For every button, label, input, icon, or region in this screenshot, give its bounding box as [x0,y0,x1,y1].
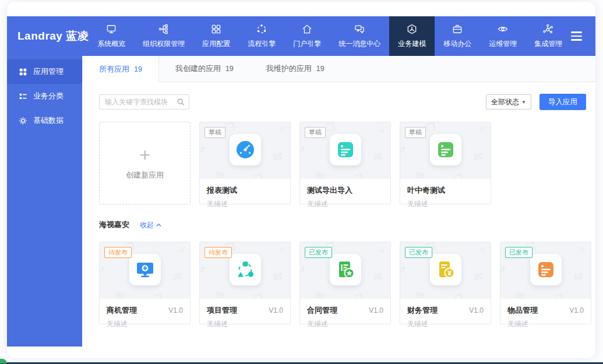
org-chart-icon [158,23,170,35]
status-badge: 已发布 [505,247,533,258]
nav-label: 运维管理 [489,39,517,49]
page: Landray 蓝凌 系统概览 组织权限管理 应用配置 流程引擎 [0,0,603,364]
app-version: V1.0 [269,306,283,314]
app-icon-tile [430,254,461,285]
app-window: Landray 蓝凌 系统概览 组织权限管理 应用配置 流程引擎 [7,2,595,358]
nav-item-app-config[interactable]: 应用配置 [193,16,239,56]
status-filter-select[interactable]: 全部状态 ▼ [486,94,531,109]
toolbar-right: 全部状态 ▼ 导入应用 [486,94,586,110]
status-badge: 已发布 [405,247,432,258]
nav-item-portal-engine[interactable]: 门户引擎 [284,16,330,56]
nav-item-mobile-office[interactable]: 移动办公 [435,16,480,56]
home-icon [301,23,313,35]
app-version: V1.0 [369,306,383,314]
monitor-icon [105,23,117,35]
card-cover: ❐⍓↺✉✉❐ 草稿 [300,122,390,179]
app-title: 报表测试 [207,185,237,196]
app-title: 项目管理 [207,305,237,316]
main-content: 所有应用 19 我创建的应用 19 我维护的应用 19 [82,56,595,347]
nav-label: 组织权限管理 [143,39,185,49]
sidebar-item-label: 基础数据 [33,115,64,126]
app-description: 无描述 [200,316,290,329]
collapse-link[interactable]: 收起 [140,220,161,230]
search-input[interactable] [99,94,189,109]
app-grid-icon [210,23,222,35]
app-card[interactable]: ❐⍓↺✉✉❐ 草稿 测试导出导入 无描述 [299,122,391,204]
nav-label: 流程引擎 [248,39,276,49]
nav-item-system-overview[interactable]: 系统概览 [89,16,134,56]
tab-my-maintained-apps[interactable]: 我维护的应用 19 [250,56,341,82]
search-icon [177,98,185,106]
status-badge: 已发布 [305,247,332,258]
corner-accent [0,359,7,363]
tab-label: 我维护的应用 [266,63,312,74]
card-cover: ❐⍓↺✉✉❐ 待发布 [100,242,190,299]
app-description: 无描述 [100,316,190,329]
chevron-up-icon [156,223,161,227]
nav-item-integration-management[interactable]: 集成管理 [526,16,571,56]
create-app-label: 创建新应用 [126,170,164,181]
card-cover: ❐⍓↺✉✉❐ 已发布 [500,242,591,299]
nav-item-ops-management[interactable]: 运维管理 [480,16,526,56]
tab-label: 我创建的应用 [175,63,221,74]
collapse-label: 收起 [140,220,154,230]
app-description: 无描述 [400,196,491,209]
tab-my-created-apps[interactable]: 我创建的应用 19 [159,56,250,82]
tab-count: 19 [316,65,325,73]
gauge-icon [235,140,255,160]
nav-label: 应用配置 [202,39,230,49]
sidebar-item-label: 业务分类 [33,91,64,101]
status-badge: 草稿 [305,127,326,138]
status-badge: 待发布 [104,247,132,258]
app-description: 无描述 [200,196,290,209]
status-badge: 草稿 [405,127,426,138]
card-cover: ❐⍓↺✉✉❐ 草稿 [400,122,491,179]
monitor-plus-icon [135,260,155,280]
nav-item-org-permissions[interactable]: 组织权限管理 [134,16,193,56]
app-card[interactable]: ❐⍓↺✉✉❐ 已发布 财务管理 V1.0 无描述 [400,242,491,324]
create-new-app-card[interactable]: + 创建新应用 [99,122,191,204]
tab-all-apps[interactable]: 所有应用 19 [82,56,159,82]
app-icon-tile [129,254,161,285]
app-title: 合同管理 [307,305,337,316]
apps-row-drafts: + 创建新应用 ❐⍓↺✉✉❐ 草稿 报表测试 无描述 [82,122,595,204]
card-cover: ❐⍓↺✉✉❐ 待发布 [200,242,290,299]
sidebar-item-app-management[interactable]: 应用管理 [7,59,82,84]
status-filter-value: 全部状态 [491,97,519,107]
app-icon-tile [430,134,461,165]
app-card[interactable]: ❐⍓↺✉✉❐ 待发布 商机管理 V1.0 无描述 [99,242,191,324]
top-nav: 系统概览 组织权限管理 应用配置 流程引擎 门户引擎 [89,16,571,56]
nav-label: 业务建模 [398,39,426,49]
sidebar: 应用管理 业务分类 基础数据 [7,56,82,347]
hamburger-menu-icon[interactable] [571,31,582,41]
toolbar: 全部状态 ▼ 导入应用 [82,82,595,110]
status-badge: 待发布 [204,247,232,258]
tab-strip: 所有应用 19 我创建的应用 19 我维护的应用 19 [82,56,595,82]
app-description: 无描述 [300,196,390,209]
nav-label: 系统概览 [97,39,125,49]
sidebar-item-label: 应用管理 [33,66,64,77]
doc-yen-icon [436,260,456,280]
app-card[interactable]: ❐⍓↺✉✉❐ 待发布 项目管理 V1.0 无描述 [199,242,291,324]
nav-item-business-modeling[interactable]: 业务建模 [389,16,435,56]
nav-label: 移动办公 [443,39,471,49]
app-description: 无描述 [300,316,390,329]
app-version: V1.0 [569,306,584,314]
status-badge: 草稿 [204,127,225,138]
nav-item-message-center[interactable]: 统一消息中心 [330,16,389,56]
app-card[interactable]: ❐⍓↺✉✉❐ 草稿 报表测试 无描述 [199,122,291,204]
sidebar-item-business-category[interactable]: 业务分类 [7,84,82,108]
nav-label: 集成管理 [534,39,562,49]
app-version: V1.0 [168,306,183,314]
top-header: Landray 蓝凌 系统概览 组织权限管理 应用配置 流程引擎 [7,16,595,56]
import-app-button[interactable]: 导入应用 [539,94,586,110]
gear-icon [19,116,27,125]
app-card[interactable]: ❐⍓↺✉✉❐ 已发布 物品管理 V1.0 无描述 [500,242,591,324]
tab-count: 19 [134,65,142,73]
app-card[interactable]: ❐⍓↺✉✉❐ 已发布 合同管理 V1.0 无描述 [299,242,391,324]
app-card[interactable]: ❐⍓↺✉✉❐ 草稿 叶中奇测试 无描述 [400,122,491,204]
sidebar-item-base-data[interactable]: 基础数据 [7,108,82,133]
section-title: 海视嘉安 [99,220,129,230]
app-description: 无描述 [400,316,491,329]
nav-item-workflow-engine[interactable]: 流程引擎 [239,16,284,56]
